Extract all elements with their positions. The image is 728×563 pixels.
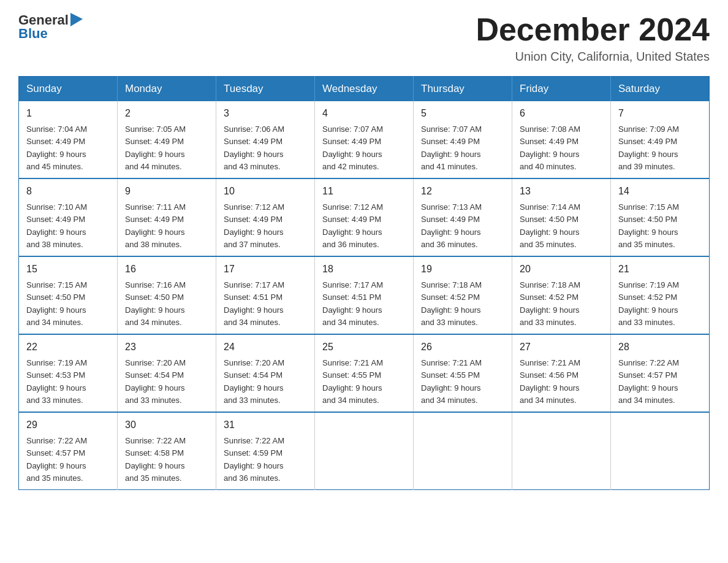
table-row: 5 Sunrise: 7:07 AMSunset: 4:49 PMDayligh…: [414, 101, 512, 178]
week-row-3: 15 Sunrise: 7:15 AMSunset: 4:50 PMDaylig…: [19, 256, 710, 334]
day-info: Sunrise: 7:19 AMSunset: 4:53 PMDaylight:…: [26, 358, 87, 405]
day-info: Sunrise: 7:08 AMSunset: 4:49 PMDaylight:…: [520, 124, 580, 171]
table-row: 8 Sunrise: 7:10 AMSunset: 4:49 PMDayligh…: [19, 178, 118, 256]
day-info: Sunrise: 7:07 AMSunset: 4:49 PMDaylight:…: [421, 124, 482, 171]
day-number: 25: [322, 340, 406, 354]
week-row-1: 1 Sunrise: 7:04 AMSunset: 4:49 PMDayligh…: [19, 101, 710, 178]
table-row: 31 Sunrise: 7:22 AMSunset: 4:59 PMDaylig…: [216, 412, 315, 490]
day-info: Sunrise: 7:10 AMSunset: 4:49 PMDaylight:…: [26, 202, 87, 249]
day-number: 21: [618, 262, 702, 277]
table-row: 2 Sunrise: 7:05 AMSunset: 4:49 PMDayligh…: [118, 101, 216, 178]
day-info: Sunrise: 7:20 AMSunset: 4:54 PMDaylight:…: [224, 358, 284, 405]
day-info: Sunrise: 7:18 AMSunset: 4:52 PMDaylight:…: [421, 280, 482, 327]
day-info: Sunrise: 7:13 AMSunset: 4:49 PMDaylight:…: [421, 202, 482, 249]
header-monday: Monday: [118, 77, 216, 102]
week-row-2: 8 Sunrise: 7:10 AMSunset: 4:49 PMDayligh…: [19, 178, 710, 256]
day-number: 7: [618, 106, 702, 121]
week-row-4: 22 Sunrise: 7:19 AMSunset: 4:53 PMDaylig…: [19, 334, 710, 412]
table-row: 7 Sunrise: 7:09 AMSunset: 4:49 PMDayligh…: [611, 101, 710, 178]
logo-triangle-icon: [70, 13, 83, 26]
header-friday: Friday: [512, 77, 611, 102]
table-row: 3 Sunrise: 7:06 AMSunset: 4:49 PMDayligh…: [216, 101, 315, 178]
day-info: Sunrise: 7:21 AMSunset: 4:56 PMDaylight:…: [520, 358, 580, 405]
day-number: 29: [26, 418, 110, 432]
table-row: 27 Sunrise: 7:21 AMSunset: 4:56 PMDaylig…: [512, 334, 611, 412]
day-number: 12: [421, 184, 504, 199]
table-row: 11 Sunrise: 7:12 AMSunset: 4:49 PMDaylig…: [315, 178, 414, 256]
day-info: Sunrise: 7:22 AMSunset: 4:57 PMDaylight:…: [26, 436, 87, 483]
table-row: 23 Sunrise: 7:20 AMSunset: 4:54 PMDaylig…: [118, 334, 216, 412]
day-number: 18: [322, 262, 406, 277]
location-title: Union City, California, United States: [476, 50, 710, 64]
day-number: 30: [125, 418, 208, 432]
table-row: 14 Sunrise: 7:15 AMSunset: 4:50 PMDaylig…: [611, 178, 710, 256]
day-info: Sunrise: 7:15 AMSunset: 4:50 PMDaylight:…: [26, 280, 87, 327]
day-info: Sunrise: 7:21 AMSunset: 4:55 PMDaylight:…: [421, 358, 482, 405]
table-row: [611, 412, 710, 490]
day-info: Sunrise: 7:04 AMSunset: 4:49 PMDaylight:…: [26, 124, 87, 171]
day-info: Sunrise: 7:05 AMSunset: 4:49 PMDaylight:…: [125, 124, 186, 171]
logo-blue-text: Blue: [18, 26, 48, 42]
day-number: 6: [520, 106, 603, 121]
table-row: 9 Sunrise: 7:11 AMSunset: 4:49 PMDayligh…: [118, 178, 216, 256]
day-info: Sunrise: 7:12 AMSunset: 4:49 PMDaylight:…: [224, 202, 284, 249]
day-number: 27: [520, 340, 603, 354]
header-sunday: Sunday: [19, 77, 118, 102]
day-number: 4: [322, 106, 406, 121]
day-info: Sunrise: 7:17 AMSunset: 4:51 PMDaylight:…: [322, 280, 383, 327]
day-number: 15: [26, 262, 110, 277]
day-info: Sunrise: 7:22 AMSunset: 4:59 PMDaylight:…: [224, 436, 284, 483]
table-row: 18 Sunrise: 7:17 AMSunset: 4:51 PMDaylig…: [315, 256, 414, 334]
table-row: 30 Sunrise: 7:22 AMSunset: 4:58 PMDaylig…: [118, 412, 216, 490]
day-number: 20: [520, 262, 603, 277]
day-number: 19: [421, 262, 504, 277]
day-number: 17: [224, 262, 307, 277]
day-info: Sunrise: 7:06 AMSunset: 4:49 PMDaylight:…: [224, 124, 284, 171]
day-number: 31: [224, 418, 307, 432]
table-row: 20 Sunrise: 7:18 AMSunset: 4:52 PMDaylig…: [512, 256, 611, 334]
header-wednesday: Wednesday: [315, 77, 414, 102]
day-info: Sunrise: 7:07 AMSunset: 4:49 PMDaylight:…: [322, 124, 383, 171]
title-area: December 2024 Union City, California, Un…: [476, 12, 710, 64]
table-row: [414, 412, 512, 490]
day-number: 11: [322, 184, 406, 199]
table-row: 29 Sunrise: 7:22 AMSunset: 4:57 PMDaylig…: [19, 412, 118, 490]
table-row: 28 Sunrise: 7:22 AMSunset: 4:57 PMDaylig…: [611, 334, 710, 412]
calendar-table: Sunday Monday Tuesday Wednesday Thursday…: [18, 76, 710, 490]
day-info: Sunrise: 7:19 AMSunset: 4:52 PMDaylight:…: [618, 280, 679, 327]
day-info: Sunrise: 7:22 AMSunset: 4:57 PMDaylight:…: [618, 358, 679, 405]
day-info: Sunrise: 7:14 AMSunset: 4:50 PMDaylight:…: [520, 202, 580, 249]
day-info: Sunrise: 7:15 AMSunset: 4:50 PMDaylight:…: [618, 202, 679, 249]
day-info: Sunrise: 7:20 AMSunset: 4:54 PMDaylight:…: [125, 358, 186, 405]
table-row: 25 Sunrise: 7:21 AMSunset: 4:55 PMDaylig…: [315, 334, 414, 412]
day-number: 2: [125, 106, 208, 121]
table-row: 16 Sunrise: 7:16 AMSunset: 4:50 PMDaylig…: [118, 256, 216, 334]
day-info: Sunrise: 7:09 AMSunset: 4:49 PMDaylight:…: [618, 124, 679, 171]
day-number: 14: [618, 184, 702, 199]
day-info: Sunrise: 7:16 AMSunset: 4:50 PMDaylight:…: [125, 280, 186, 327]
day-info: Sunrise: 7:21 AMSunset: 4:55 PMDaylight:…: [322, 358, 383, 405]
table-row: 26 Sunrise: 7:21 AMSunset: 4:55 PMDaylig…: [414, 334, 512, 412]
day-number: 13: [520, 184, 603, 199]
svg-marker-0: [70, 13, 83, 26]
day-info: Sunrise: 7:17 AMSunset: 4:51 PMDaylight:…: [224, 280, 284, 327]
weekday-header-row: Sunday Monday Tuesday Wednesday Thursday…: [19, 77, 710, 102]
header-thursday: Thursday: [414, 77, 512, 102]
table-row: 21 Sunrise: 7:19 AMSunset: 4:52 PMDaylig…: [611, 256, 710, 334]
day-number: 10: [224, 184, 307, 199]
header: General Blue December 2024 Union City, C…: [18, 12, 710, 64]
day-info: Sunrise: 7:18 AMSunset: 4:52 PMDaylight:…: [520, 280, 580, 327]
day-number: 9: [125, 184, 208, 199]
table-row: [512, 412, 611, 490]
table-row: 4 Sunrise: 7:07 AMSunset: 4:49 PMDayligh…: [315, 101, 414, 178]
table-row: 15 Sunrise: 7:15 AMSunset: 4:50 PMDaylig…: [19, 256, 118, 334]
day-info: Sunrise: 7:12 AMSunset: 4:49 PMDaylight:…: [322, 202, 383, 249]
table-row: 19 Sunrise: 7:18 AMSunset: 4:52 PMDaylig…: [414, 256, 512, 334]
table-row: 13 Sunrise: 7:14 AMSunset: 4:50 PMDaylig…: [512, 178, 611, 256]
day-number: 3: [224, 106, 307, 121]
day-number: 8: [26, 184, 110, 199]
day-info: Sunrise: 7:11 AMSunset: 4:49 PMDaylight:…: [125, 202, 186, 249]
day-number: 5: [421, 106, 504, 121]
day-number: 16: [125, 262, 208, 277]
header-tuesday: Tuesday: [216, 77, 315, 102]
